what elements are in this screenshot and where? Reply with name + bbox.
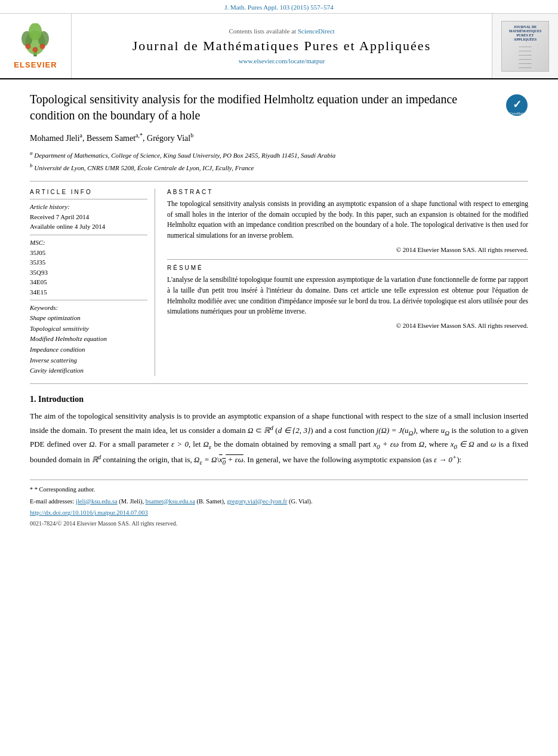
sciencedirect-link[interactable]: ScienceDirect	[298, 27, 335, 35]
page: J. Math. Pures Appl. 103 (2015) 557–574	[0, 0, 558, 756]
affiliation-b: b Université de Lyon, CNRS UMR 5208, Éco…	[30, 162, 528, 173]
affil-b-sup: b	[30, 162, 33, 168]
journal-header: ELSEVIER Contents lists available at Sci…	[0, 14, 558, 79]
affil-a-text: Department of Mathematics, College of Sc…	[34, 151, 335, 158]
resume-heading: RÉSUMÉ	[167, 265, 528, 271]
math-x0: x0 ∈ Ω	[451, 440, 474, 448]
email-jleli[interactable]: jleli@ksu.edu.sa	[76, 498, 118, 505]
keyword-3: Modified Helmholtz equation	[30, 334, 147, 345]
info-abstract-section: ARTICLE INFO Article history: Received 7…	[30, 181, 528, 384]
functional-word: functional	[332, 411, 363, 420]
right-logo-container: JOURNAL DEMATHÉMATIQUESPURES ETAPPLIQUÉE…	[492, 14, 558, 78]
journal-website: www.elsevier.com/locate/matpur	[239, 57, 325, 64]
math-x0-eps-omega: x0 + εω	[373, 440, 399, 448]
doi-link[interactable]: http://dx.doi.org/10.1016/j.matpur.2014.…	[30, 509, 148, 516]
math-omega-3: Ω	[419, 440, 424, 448]
info-divider-3	[30, 300, 147, 300]
msc-code-2: 35J35	[30, 257, 147, 268]
intro-section-title: 1. Introduction	[30, 395, 528, 404]
keyword-5: Inverse scattering	[30, 355, 147, 366]
elsevier-brand-text: ELSEVIER	[14, 60, 57, 69]
abstract-text: The topological sensitivity analysis con…	[167, 199, 528, 241]
math-small-omega: ω	[491, 440, 496, 448]
introduction-section: 1. Introduction The aim of the topologic…	[30, 395, 528, 468]
main-content: Topological sensitivity analysis for the…	[0, 79, 558, 539]
math-rd-2: ℝd	[92, 455, 101, 464]
page-footer: * * Corresponding author. E-mail address…	[30, 480, 528, 527]
math-eps-to-zero: ε → 0+	[434, 455, 457, 464]
article-title-section: Topological sensitivity analysis for the…	[30, 91, 528, 124]
email-samet[interactable]: bsamet@ksu.edu.sa	[146, 498, 195, 505]
logo-title: JOURNAL DEMATHÉMATIQUESPURES ETAPPLIQUÉE…	[509, 25, 541, 42]
received-date: Received 7 April 2014	[30, 212, 147, 222]
email-vial[interactable]: gregory.vial@ec-lyon.fr	[227, 498, 287, 505]
authors-line: Mohamed Jlelia, Bessem Sameta,*, Grégory…	[30, 132, 528, 143]
journal-reference-bar: J. Math. Pures Appl. 103 (2015) 557–574	[0, 0, 558, 14]
author-vial: Grégory Vial	[147, 134, 190, 143]
math-omega-eps: Ωε	[204, 440, 212, 448]
elsevier-logo: ELSEVIER	[14, 23, 57, 69]
math-omega-eps-def: Ωε = Ω\x0 + εω	[194, 455, 243, 464]
math-d-set: d ∈ {2, 3}	[278, 426, 311, 435]
affil-b-text: Université de Lyon, CNRS UMR 5208, École…	[34, 164, 254, 171]
crossmark-badge-icon[interactable]: ✓ CrossMark	[505, 94, 528, 116]
svg-point-6	[40, 44, 45, 49]
intro-paragraph-1: The aim of the topological sensitivity a…	[30, 410, 528, 468]
info-divider-1	[30, 199, 147, 199]
msc-code-4: 34E05	[30, 277, 147, 287]
keyword-6: Cavity identification	[30, 365, 147, 376]
abstract-column: ABSTRACT The topological sensitivity ana…	[167, 189, 528, 376]
doi-line: http://dx.doi.org/10.1016/j.matpur.2014.…	[30, 508, 528, 518]
math-omega: Ω	[248, 426, 253, 435]
article-info-column: ARTICLE INFO Article history: Received 7…	[30, 189, 155, 376]
intro-section-number: 1.	[30, 395, 36, 404]
resume-text: L'analyse de la sensibilité topologique …	[167, 275, 528, 317]
elsevier-tree-icon	[14, 23, 56, 59]
svg-text:CrossMark: CrossMark	[510, 112, 525, 115]
email-addresses: jleli@ksu.edu.sa (M. Jleli), bsamet@ksu.…	[76, 498, 313, 505]
svg-point-5	[26, 44, 31, 49]
msc-code-5: 34E15	[30, 287, 147, 297]
math-j-omega: j(Ω) = J(uΩ)	[377, 426, 416, 435]
author-samet-star: ,*	[138, 132, 143, 139]
keywords-title: Keywords:	[30, 304, 147, 311]
article-info-heading: ARTICLE INFO	[30, 189, 147, 195]
intro-title-text: Introduction	[38, 395, 84, 404]
math-epsilon: ε > 0	[171, 440, 189, 448]
author-jleli: Mohamed Jleli	[30, 134, 80, 143]
keywords-list: Shape optimization Topological sensitivi…	[30, 313, 147, 376]
affil-a-sup: a	[30, 150, 33, 156]
abstract-heading: ABSTRACT	[167, 189, 528, 195]
corresponding-author-note: * * Corresponding author.	[30, 485, 528, 494]
msc-code-3: 35Q93	[30, 268, 147, 278]
sciencedirect-label: Contents lists available at ScienceDirec…	[229, 27, 334, 35]
resume-copyright: © 2014 Elsevier Masson SAS. All rights r…	[167, 322, 528, 329]
article-title: Topological sensitivity analysis for the…	[30, 91, 500, 124]
email-footnote: E-mail addresses: jleli@ksu.edu.sa (M. J…	[30, 497, 528, 506]
keyword-2: Topological sensitivity	[30, 324, 147, 334]
math-rd: ℝd	[264, 426, 273, 435]
available-date: Available online 4 July 2014	[30, 222, 147, 232]
resume-divider	[167, 259, 528, 260]
msc-title: MSC:	[30, 239, 147, 246]
journal-title: Journal de Mathématiques Pures et Appliq…	[132, 38, 431, 54]
svg-point-4	[29, 23, 42, 41]
elsevier-logo-container: ELSEVIER	[0, 14, 72, 78]
author-samet: Bessem Samet	[87, 134, 135, 143]
math-u-omega: uΩ	[441, 426, 449, 435]
info-divider-2	[30, 235, 147, 235]
affiliation-a: a Department of Mathematics, College of …	[30, 149, 528, 160]
author-jleli-sup: a	[80, 132, 82, 139]
logo-decorative-lines: ────────────────────────────────────	[519, 45, 531, 70]
math-omega-2: Ω	[89, 440, 94, 448]
journal-ref-text: J. Math. Pures Appl. 103 (2015) 557–574	[224, 4, 333, 11]
keyword-1: Shape optimization	[30, 313, 147, 324]
keyword-4: Impedance condition	[30, 345, 147, 355]
abstract-copyright: © 2014 Elsevier Masson SAS. All rights r…	[167, 246, 528, 253]
footnote-star: *	[30, 486, 33, 493]
history-title: Article history:	[30, 203, 147, 210]
footer-copyright: 0021-7824/© 2014 Elsevier Masson SAS. Al…	[30, 520, 528, 527]
journal-cover-thumbnail: JOURNAL DEMATHÉMATIQUESPURES ETAPPLIQUÉE…	[501, 21, 549, 72]
journal-title-center: Contents lists available at ScienceDirec…	[72, 14, 492, 78]
svg-point-7	[33, 47, 38, 52]
